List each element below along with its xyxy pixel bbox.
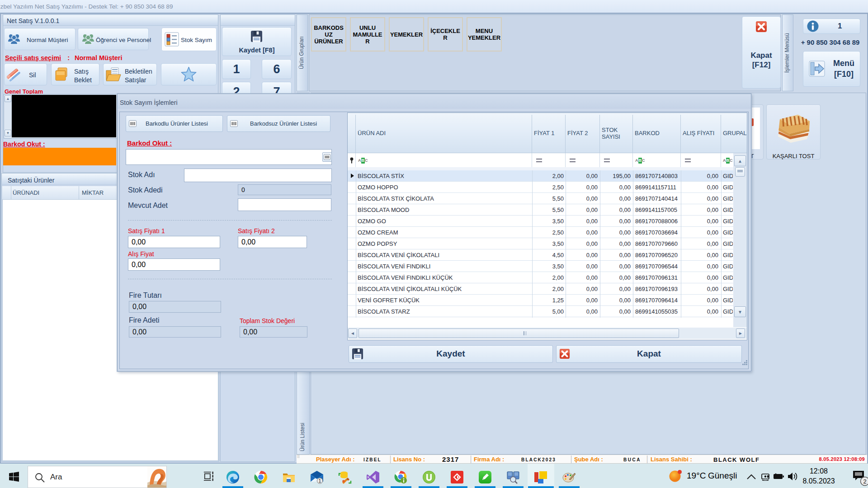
svg-text:2: 2 <box>863 478 866 485</box>
svg-text:1: 1 <box>319 478 321 483</box>
